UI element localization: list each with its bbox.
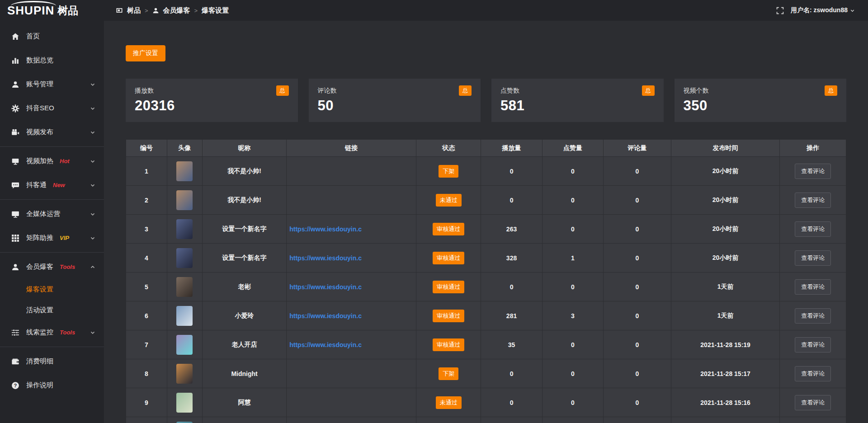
table-row: 6小爱玲https://www.iesdouyin.c审核通过281301天前查…: [126, 301, 846, 330]
avatar: [176, 393, 193, 413]
status-badge: 未通过: [436, 396, 462, 409]
promotion-settings-button[interactable]: 推广设置: [126, 45, 165, 61]
video-link[interactable]: https://www.iesdouyin.c: [289, 312, 362, 320]
sidebar: SHUPIN 树品 首页数据总览账号管理抖音SEO视频发布视频加热Hot抖客通N…: [0, 0, 104, 423]
total-badge: 总: [276, 85, 289, 96]
main-area: 树品 > 会员爆客 > 爆客设置 用户名: zswodun88 推: [104, 0, 868, 423]
chevron-up-icon: [90, 264, 96, 270]
cell-nickname: 小爱玲: [202, 301, 286, 330]
sidebar-item-chat-7[interactable]: 抖客通New: [0, 173, 104, 197]
view-comments-button[interactable]: 查看评论: [795, 221, 831, 237]
cell-id: 6: [126, 301, 167, 330]
sidebar-item-chart-1[interactable]: 数据总览: [0, 48, 104, 72]
view-comments-button[interactable]: 查看评论: [795, 366, 831, 381]
sidebar-badge-hot: Hot: [60, 158, 70, 164]
view-comments-button[interactable]: 查看评论: [795, 250, 831, 266]
sidebar-item-gear-3[interactable]: 抖音SEO: [0, 96, 104, 120]
view-comments-button[interactable]: 查看评论: [795, 308, 831, 324]
sidebar-item-user-12[interactable]: 会员爆客Tools: [0, 255, 104, 279]
cell-avatar: [167, 359, 202, 388]
breadcrumb-item-app[interactable]: 树品: [127, 6, 141, 15]
sliders-icon: [11, 329, 20, 337]
cell-avatar: [167, 215, 202, 244]
column-header: 昵称: [202, 140, 286, 157]
cell-status: 审核通过: [416, 301, 481, 330]
cell-comments: 0: [604, 388, 671, 417]
status-badge: 下架: [439, 165, 458, 178]
cell-link: [287, 417, 416, 423]
table-row: 5老彬https://www.iesdouyin.c审核通过0001天前查看评论: [126, 273, 846, 301]
topbar: 树品 > 会员爆客 > 爆客设置 用户名: zswodun88: [104, 0, 868, 21]
cell-likes: 3: [542, 301, 603, 330]
video-link[interactable]: https://www.iesdouyin.c: [289, 283, 362, 291]
cell-comments: [604, 417, 671, 423]
chevron-down-icon: [90, 158, 96, 164]
video-link[interactable]: https://www.iesdouyin.c: [289, 254, 362, 262]
fullscreen-icon[interactable]: [776, 7, 784, 14]
cell-status: 审核通过: [416, 330, 481, 359]
sidebar-item-user-2[interactable]: 账号管理: [0, 72, 104, 96]
cell-plays: 263: [481, 215, 542, 244]
chevron-down-icon: [849, 8, 855, 14]
sidebar-item-screen-6[interactable]: 视频加热Hot: [0, 149, 104, 173]
cell-action: 查看评论: [780, 273, 846, 301]
stat-card-top: 播放数总: [135, 85, 289, 96]
sidebar-item-label: 数据总览: [26, 56, 53, 65]
video-link[interactable]: https://www.iesdouyin.c: [289, 341, 362, 348]
sidebar-item-question-16[interactable]: ?操作说明: [0, 373, 104, 397]
cell-likes: 0: [542, 186, 603, 215]
cell-id: 8: [126, 359, 167, 388]
sidebar-item-grid-10[interactable]: 矩阵助推VIP: [0, 226, 104, 250]
sidebar-item-home-0[interactable]: 首页: [0, 24, 104, 48]
logo-text-cn: 树品: [57, 4, 78, 18]
column-header: 点赞量: [542, 140, 603, 157]
cell-avatar: [167, 273, 202, 301]
view-comments-button[interactable]: 查看评论: [795, 279, 831, 295]
table-row: 8Midnight下架0002021-11-28 15:17查看评论: [126, 359, 846, 388]
stat-card: 播放数总20316: [126, 79, 298, 122]
sidebar-item-label: 矩阵助推: [26, 234, 53, 242]
sidebar-item-label: 全媒体运营: [26, 210, 60, 218]
app-logo: SHUPIN 树品: [0, 0, 104, 21]
screen-icon: [11, 157, 20, 165]
video-icon: [11, 128, 20, 136]
table-row: 4设置一个新名字https://www.iesdouyin.c审核通过32810…: [126, 244, 846, 273]
chevron-down-icon: [90, 329, 96, 336]
cell-id: 4: [126, 244, 167, 273]
user-menu[interactable]: 用户名: zswodun88: [791, 6, 855, 14]
column-header: 状态: [416, 140, 481, 157]
sidebar-item-wallet-15[interactable]: 消费明细: [0, 349, 104, 373]
sidebar-item-video-4[interactable]: 视频发布: [0, 120, 104, 144]
sidebar-subitem-active[interactable]: 爆客设置: [0, 279, 104, 300]
sidebar-badge-new: New: [53, 182, 65, 188]
sidebar-nav: 首页数据总览账号管理抖音SEO视频发布视频加热Hot抖客通New全媒体运营矩阵助…: [0, 21, 104, 397]
sidebar-item-monitor-9[interactable]: 全媒体运营: [0, 202, 104, 226]
sidebar-item-sliders-13[interactable]: 线索监控Tools: [0, 320, 104, 344]
view-comments-button[interactable]: 查看评论: [795, 337, 831, 352]
cell-avatar: [167, 157, 202, 186]
cell-plays: 0: [481, 186, 542, 215]
sidebar-subitem-item[interactable]: 活动设置: [0, 300, 104, 320]
stat-card-top: 视频个数总: [684, 85, 838, 96]
breadcrumb-item-section[interactable]: 会员爆客: [163, 6, 190, 15]
cell-likes: 0: [542, 215, 603, 244]
content: 推广设置 播放数总20316评论数总50点赞数总581视频个数总350 编号头像…: [104, 21, 868, 423]
avatar: [176, 161, 193, 181]
view-comments-button[interactable]: 查看评论: [795, 164, 831, 179]
video-link[interactable]: https://www.iesdouyin.c: [289, 226, 362, 233]
avatar: [176, 190, 193, 210]
records-table: 编号头像昵称链接状态播放量点赞量评论量发布时间操作 1我不是小帅!下架00020…: [126, 139, 846, 423]
stat-label: 播放数: [135, 87, 154, 95]
cell-action: 查看评论: [780, 244, 846, 273]
table-row: [126, 417, 846, 423]
avatar: [176, 277, 193, 297]
username: 用户名: zswodun88: [791, 6, 848, 14]
view-comments-button[interactable]: 查看评论: [795, 395, 831, 410]
column-header: 发布时间: [671, 140, 780, 157]
cell-link: https://www.iesdouyin.c: [287, 273, 416, 301]
cell-id: 5: [126, 273, 167, 301]
avatar: [176, 422, 193, 423]
cell-link: https://www.iesdouyin.c: [287, 330, 416, 359]
view-comments-button[interactable]: 查看评论: [795, 193, 831, 208]
cell-nickname: [202, 417, 286, 423]
